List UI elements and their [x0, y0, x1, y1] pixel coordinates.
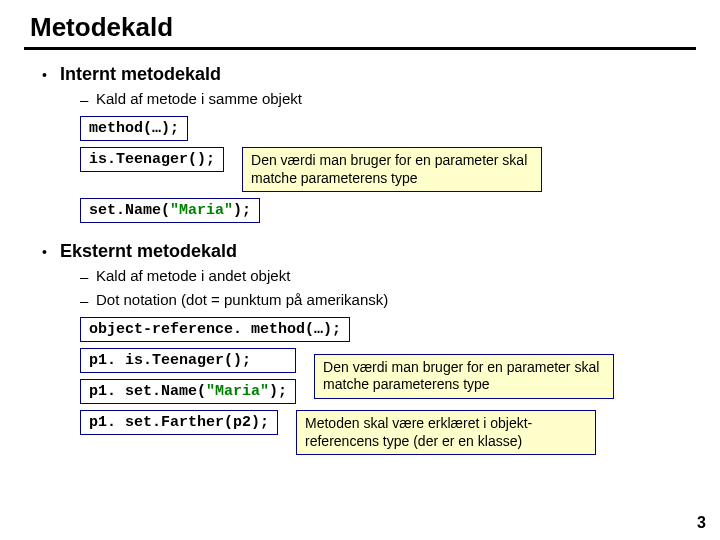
bullet-dash: – [80, 267, 96, 287]
sub-external-1: Kald af metode i andet objekt [96, 267, 290, 284]
code-method-generic: method(…); [80, 116, 188, 141]
bullet-dash: – [80, 90, 96, 110]
bullet-external: • Eksternt metodekald [42, 241, 696, 263]
bullet-dash: – [80, 291, 96, 311]
code-setname: set.Name("Maria"); [80, 198, 260, 223]
code-setname-pre: set.Name( [89, 202, 170, 219]
code-p1-setname-pre: p1. set.Name( [89, 383, 206, 400]
code-objref-generic: object-reference. method(…); [80, 317, 350, 342]
bullet-dot: • [42, 64, 60, 86]
code-setname-string: "Maria" [170, 202, 233, 219]
bullet-internal: • Internt metodekald [42, 64, 696, 86]
subbullet-external-2: – Dot notation (dot = punktum på amerika… [80, 291, 696, 311]
callout-param-type-1: Den værdi man bruger for en parameter sk… [242, 147, 542, 192]
code-p1-isteenager: p1. is.Teenager(); [80, 348, 296, 373]
code-setname-post: ); [233, 202, 251, 219]
code-isteenager: is.Teenager(); [80, 147, 224, 172]
code-p1-setname-string: "Maria" [206, 383, 269, 400]
code-p1-setfather: p1. set.Farther(p2); [80, 410, 278, 435]
bullet-dot: • [42, 241, 60, 263]
sub-internal-1: Kald af metode i samme objekt [96, 90, 302, 107]
page-number: 3 [697, 514, 706, 532]
sub-external-2: Dot notation (dot = punktum på amerikans… [96, 291, 388, 308]
heading-external: Eksternt metodekald [60, 241, 237, 262]
callout-method-decl: Metoden skal være erklæret i objekt-refe… [296, 410, 596, 455]
code-p1-setname-post: ); [269, 383, 287, 400]
code-p1-setname: p1. set.Name("Maria"); [80, 379, 296, 404]
subbullet-internal-1: – Kald af metode i samme objekt [80, 90, 696, 110]
title-rule [24, 47, 696, 50]
heading-internal: Internt metodekald [60, 64, 221, 85]
page-title: Metodekald [24, 12, 696, 47]
callout-param-type-2: Den værdi man bruger for en parameter sk… [314, 354, 614, 399]
subbullet-external-1: – Kald af metode i andet objekt [80, 267, 696, 287]
